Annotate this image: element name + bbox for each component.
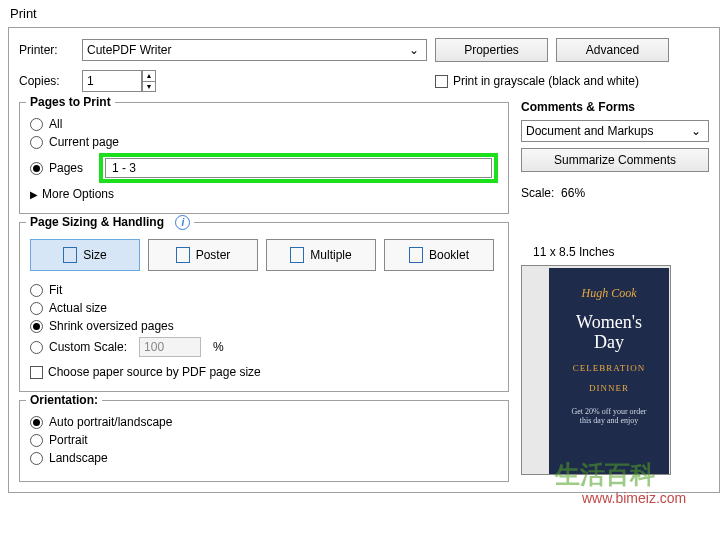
radio-current-label: Current page [49, 135, 119, 149]
preview-dimensions: 11 x 8.5 Inches [533, 245, 709, 259]
comments-legend: Comments & Forms [521, 100, 709, 114]
booklet-icon [409, 247, 423, 263]
radio-auto-orient[interactable] [30, 416, 43, 429]
radio-all-label: All [49, 117, 62, 131]
chevron-down-icon: ⌄ [688, 124, 704, 138]
printer-label: Printer: [19, 43, 74, 57]
comments-dropdown[interactable]: Document and Markups ⌄ [521, 120, 709, 142]
triangle-right-icon: ▶ [30, 189, 38, 200]
radio-pages-label: Pages [49, 161, 83, 175]
radio-actual-label: Actual size [49, 301, 107, 315]
sizing-group: Page Sizing & Handling i Size Poster Mul… [19, 222, 509, 392]
radio-portrait-label: Portrait [49, 433, 88, 447]
orientation-legend: Orientation: [26, 393, 102, 407]
grayscale-checkbox[interactable] [435, 75, 448, 88]
radio-pages[interactable] [30, 162, 43, 175]
grayscale-label: Print in grayscale (black and white) [453, 74, 639, 88]
flyer-small2: this day and enjoy [549, 416, 669, 425]
choose-paper-label: Choose paper source by PDF page size [48, 365, 261, 379]
tab-multiple[interactable]: Multiple [266, 239, 376, 271]
radio-shrink-label: Shrink oversized pages [49, 319, 174, 333]
radio-shrink[interactable] [30, 320, 43, 333]
flyer-title2: Day [549, 333, 669, 353]
tab-size-label: Size [83, 248, 106, 262]
flyer-sub2: DINNER [549, 383, 669, 393]
print-preview: Hugh Cook Women's Day CELEBRATION DINNER… [521, 265, 671, 475]
tab-booklet[interactable]: Booklet [384, 239, 494, 271]
copies-spinner[interactable]: ▲ ▼ [142, 70, 156, 92]
copies-label: Copies: [19, 74, 74, 88]
flyer-sub1: CELEBRATION [549, 363, 669, 373]
dialog-title: Print [0, 0, 728, 27]
tab-poster[interactable]: Poster [148, 239, 258, 271]
summarize-button[interactable]: Summarize Comments [521, 148, 709, 172]
custom-scale-input[interactable]: 100 [139, 337, 201, 357]
multiple-icon [290, 247, 304, 263]
printer-value: CutePDF Writer [87, 43, 171, 57]
pages-legend: Pages to Print [26, 95, 115, 109]
radio-portrait[interactable] [30, 434, 43, 447]
tab-multiple-label: Multiple [310, 248, 351, 262]
scale-label: Scale: [521, 186, 554, 200]
copies-input[interactable]: 1 [82, 70, 142, 92]
spinner-down-icon[interactable]: ▼ [143, 82, 155, 92]
radio-custom-label: Custom Scale: [49, 340, 127, 354]
radio-custom[interactable] [30, 341, 43, 354]
scale-value: 66% [561, 186, 585, 200]
watermark-text: 生活百科 [555, 458, 655, 491]
percent-label: % [213, 340, 224, 354]
radio-landscape-label: Landscape [49, 451, 108, 465]
size-icon [63, 247, 77, 263]
comments-value: Document and Markups [526, 124, 653, 138]
preview-content: Hugh Cook Women's Day CELEBRATION DINNER… [549, 268, 669, 474]
tab-size[interactable]: Size [30, 239, 140, 271]
printer-select[interactable]: CutePDF Writer ⌄ [82, 39, 427, 61]
chevron-down-icon: ⌄ [406, 43, 422, 57]
pages-to-print-group: Pages to Print All Current page Pages 1 … [19, 102, 509, 214]
info-icon[interactable]: i [175, 215, 190, 230]
print-panel: Printer: CutePDF Writer ⌄ Properties Adv… [8, 27, 720, 493]
poster-icon [176, 247, 190, 263]
radio-fit-label: Fit [49, 283, 62, 297]
radio-actual[interactable] [30, 302, 43, 315]
flyer-title1: Women's [549, 313, 669, 333]
radio-all[interactable] [30, 118, 43, 131]
sizing-legend: Page Sizing & Handling i [26, 215, 194, 230]
flyer-logo: Hugh Cook [549, 286, 669, 301]
pages-input[interactable]: 1 - 3 [105, 158, 492, 178]
radio-landscape[interactable] [30, 452, 43, 465]
properties-button[interactable]: Properties [435, 38, 548, 62]
radio-auto-label: Auto portrait/landscape [49, 415, 172, 429]
spinner-up-icon[interactable]: ▲ [143, 71, 155, 82]
pages-highlight: 1 - 3 [99, 153, 498, 183]
flyer-small1: Get 20% off your order [549, 407, 669, 416]
watermark-url: www.bimeiz.com [582, 490, 686, 506]
advanced-button[interactable]: Advanced [556, 38, 669, 62]
tab-booklet-label: Booklet [429, 248, 469, 262]
more-options-toggle[interactable]: ▶ More Options [30, 187, 498, 201]
radio-fit[interactable] [30, 284, 43, 297]
orientation-group: Orientation: Auto portrait/landscape Por… [19, 400, 509, 482]
more-options-label: More Options [42, 187, 114, 201]
sizing-legend-text: Page Sizing & Handling [30, 215, 164, 229]
choose-paper-checkbox[interactable] [30, 366, 43, 379]
radio-current[interactable] [30, 136, 43, 149]
tab-poster-label: Poster [196, 248, 231, 262]
